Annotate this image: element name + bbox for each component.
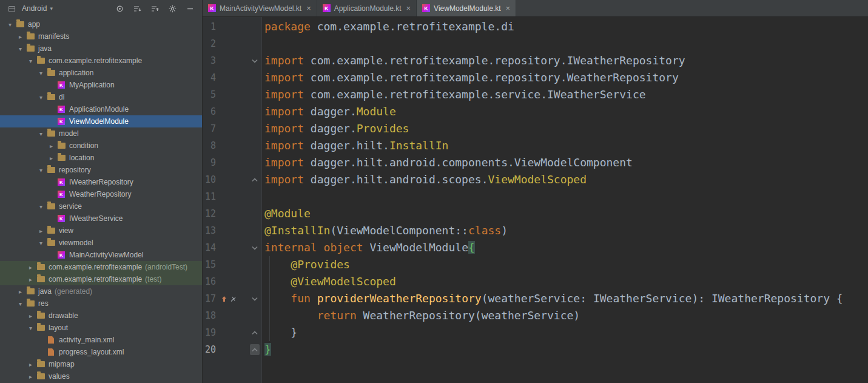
chevron-right-icon[interactable]: ▸	[46, 155, 56, 161]
code-line-8[interactable]: 8import dagger.hilt.InstallIn	[203, 137, 868, 154]
tree-item-java[interactable]: ▾java	[0, 42, 202, 55]
select-opened-file-icon[interactable]	[112, 2, 127, 15]
fold-down-icon[interactable]	[250, 293, 260, 304]
code-line-5[interactable]: 5import com.example.retrofitexample.serv…	[203, 86, 868, 103]
code-line-15[interactable]: 15 @Provides	[203, 256, 868, 273]
project-view-selector[interactable]: Android	[22, 4, 47, 13]
tree-item-drawable[interactable]: ▸drawable	[0, 310, 202, 322]
code-area[interactable]: 1package com.example.retrofitexample.di2…	[203, 17, 868, 383]
chevron-down-icon[interactable]: ▾	[15, 46, 25, 52]
fold-up-icon[interactable]	[250, 174, 260, 185]
chevron-right-icon[interactable]: ▸	[46, 143, 56, 149]
code-line-3[interactable]: 3import com.example.retrofitexample.repo…	[203, 52, 868, 69]
close-icon[interactable]: ×	[306, 4, 311, 12]
chevron-right-icon[interactable]: ▸	[25, 361, 36, 368]
code-line-20[interactable]: 20}	[203, 341, 868, 358]
close-icon[interactable]: ×	[506, 4, 511, 12]
settings-gear-icon[interactable]	[165, 2, 180, 15]
chevron-right-icon[interactable]: ▸	[25, 313, 36, 319]
tree-item-values[interactable]: ▸values	[0, 370, 202, 382]
tree-item-com-example-retrofitexample-androidtest[interactable]: ▸com.example.retrofitexample(androidTest…	[0, 261, 202, 273]
tree-item-progress-layout-xml[interactable]: progress_layout.xml	[0, 346, 202, 358]
tree-item-mipmap[interactable]: ▸mipmap	[0, 358, 202, 370]
fold-spacer	[250, 123, 260, 134]
close-icon[interactable]: ×	[406, 4, 411, 12]
tree-item-com-example-retrofitexample[interactable]: ▾com.example.retrofitexample	[0, 55, 202, 67]
collapse-all-icon[interactable]	[147, 2, 162, 15]
tree-item-viewmodelmodule[interactable]: KViewModelModule	[0, 115, 202, 127]
tree-item-view[interactable]: ▸view	[0, 225, 202, 237]
fold-up-icon[interactable]	[250, 327, 260, 338]
tree-item-di[interactable]: ▾di	[0, 91, 202, 103]
tree-item-iweatherrepository[interactable]: KIWeatherRepository	[0, 176, 202, 188]
chevron-down-icon[interactable]: ▾	[25, 58, 36, 64]
code-line-12[interactable]: 12@Module	[203, 205, 868, 222]
chevron-down-icon[interactable]: ▾	[36, 167, 46, 174]
implements-icon[interactable]	[221, 290, 227, 307]
hide-panel-icon[interactable]	[183, 2, 197, 15]
tab-mainactivityviewmodel-kt[interactable]: KMainActivityViewModel.kt×	[203, 0, 317, 16]
tree-item-applicationmodule[interactable]: KApplicationModule	[0, 103, 202, 115]
chevron-down-icon[interactable]: ▾	[25, 325, 36, 331]
chevron-right-icon[interactable]: ▸	[15, 33, 25, 40]
chevron-down-icon[interactable]: ▾	[50, 5, 53, 12]
chevron-down-icon[interactable]: ▾	[36, 240, 46, 246]
tree-item-activity-main-xml[interactable]: activity_main.xml	[0, 334, 202, 346]
tree-item-service[interactable]: ▾service	[0, 200, 202, 212]
code-line-11[interactable]: 11	[203, 188, 868, 205]
fold-up-icon[interactable]	[250, 344, 260, 355]
tree-item-location[interactable]: ▸location	[0, 152, 202, 164]
code-line-9[interactable]: 9import dagger.hilt.android.components.V…	[203, 154, 868, 171]
chevron-right-icon[interactable]: ▸	[25, 373, 36, 380]
folder-icon	[36, 58, 45, 64]
folder-icon	[56, 143, 66, 149]
code-line-16[interactable]: 16 @ViewModelScoped	[203, 273, 868, 290]
chevron-down-icon[interactable]: ▾	[5, 21, 15, 28]
tree-item-repository[interactable]: ▾repository	[0, 164, 202, 176]
tree-item-com-example-retrofitexample-test[interactable]: ▸com.example.retrofitexample(test)	[0, 273, 202, 285]
expand-all-icon[interactable]	[130, 2, 144, 15]
chevron-right-icon[interactable]: ▸	[15, 288, 25, 295]
tree-item-label: condition	[69, 141, 98, 150]
code-line-13[interactable]: 13@InstallIn(ViewModelComponent::class)	[203, 222, 868, 239]
code-line-6[interactable]: 6import dagger.Module	[203, 103, 868, 120]
code-line-19[interactable]: 19 }	[203, 324, 868, 341]
tree-item-weatherrepository[interactable]: KWeatherRepository	[0, 188, 202, 200]
chevron-down-icon[interactable]: ▾	[15, 300, 25, 307]
code-line-2[interactable]: 2	[203, 35, 868, 52]
fold-down-icon[interactable]	[250, 242, 260, 253]
tree-item-condition[interactable]: ▸condition	[0, 140, 202, 152]
tab-viewmodelmodule-kt[interactable]: KViewModelModule.kt×	[417, 0, 516, 16]
code-line-17[interactable]: 17 fun providerWeatherRepository(weather…	[203, 290, 868, 307]
tree-item-label: viewmodel	[59, 239, 93, 247]
tree-item-layout[interactable]: ▾layout	[0, 322, 202, 334]
code-line-7[interactable]: 7import dagger.Provides	[203, 120, 868, 137]
code-segment: WeatherRepository(weatherService)	[357, 309, 580, 322]
chevron-down-icon[interactable]: ▾	[36, 70, 46, 76]
code-segment: dagger.	[304, 122, 357, 135]
code-line-1[interactable]: 1package com.example.retrofitexample.di	[203, 18, 868, 35]
tree-item-java-generated[interactable]: ▸java(generated)	[0, 285, 202, 297]
code-line-18[interactable]: 18 return WeatherRepository(weatherServi…	[203, 307, 868, 324]
tree-item-mainactivityviewmodel[interactable]: KMainActivityViewModel	[0, 249, 202, 261]
tab-applicationmodule-kt[interactable]: KApplicationModule.kt×	[317, 0, 417, 16]
tree-item-myapplication[interactable]: KMyApplication	[0, 79, 202, 91]
tree-item-iweatherservice[interactable]: KIWeatherService	[0, 212, 202, 225]
code-line-4[interactable]: 4import com.example.retrofitexample.repo…	[203, 69, 868, 86]
chevron-right-icon[interactable]: ▸	[25, 276, 36, 283]
code-line-10[interactable]: 10import dagger.hilt.android.scopes.View…	[203, 171, 868, 188]
tree-item-model[interactable]: ▾model	[0, 127, 202, 140]
fold-down-icon[interactable]	[250, 55, 260, 66]
chevron-right-icon[interactable]: ▸	[25, 264, 36, 271]
chevron-down-icon[interactable]: ▾	[36, 130, 46, 137]
tree-item-res[interactable]: ▾res	[0, 297, 202, 310]
code-line-14[interactable]: 14internal object ViewModelModule{	[203, 239, 868, 256]
chevron-down-icon[interactable]: ▾	[36, 94, 46, 101]
tree-item-application[interactable]: ▾application	[0, 67, 202, 79]
chevron-down-icon[interactable]: ▾	[36, 203, 46, 210]
tree-item-manifests[interactable]: ▸manifests	[0, 30, 202, 42]
tree-item-app[interactable]: ▾app	[0, 18, 202, 30]
tree-item-viewmodel[interactable]: ▾viewmodel	[0, 237, 202, 249]
dagger-icon[interactable]	[230, 290, 237, 307]
chevron-right-icon[interactable]: ▸	[36, 228, 46, 234]
